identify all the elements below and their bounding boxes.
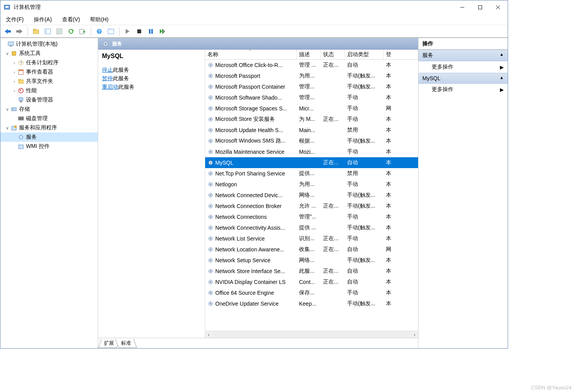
gear-icon [207,301,214,307]
table-row[interactable]: Network Connected Devic...网络...手动(触发...本 [205,190,418,201]
svg-line-42 [20,89,21,91]
nav-services[interactable]: 服务 [0,132,98,142]
restart-service-button[interactable] [157,26,168,36]
actions-section-services[interactable]: 服务▲ [418,50,508,61]
start-service-button[interactable] [123,26,133,36]
pause-link[interactable]: 暂停 [102,75,113,81]
svg-rect-11 [45,29,47,34]
menu-help[interactable]: 帮助(H) [88,15,110,24]
table-row[interactable]: Netlogon为用...手动本 [205,179,418,190]
export-button[interactable] [78,26,88,36]
nav-system-tools[interactable]: ∨系统工具 [0,49,98,58]
view-button[interactable] [106,26,116,36]
table-row[interactable]: Network Store Interface Se...此服...正在...自… [205,266,418,277]
nav-tree[interactable]: 计算机管理(本地) ∨系统工具 ›任务计划程序 ›事件查看器 ›共享文件夹 ›性… [0,38,98,348]
table-row[interactable]: Office 64 Source Engine保存...手动本 [205,287,418,298]
back-button[interactable] [3,26,13,36]
service-rows[interactable]: Microsoft Office Click-to-R...管理 ...正在..… [205,60,418,331]
up-button[interactable] [31,26,41,36]
properties-button[interactable] [54,26,64,36]
svg-point-81 [210,194,211,196]
chevron-up-icon: ▲ [500,52,504,59]
pause-service-button[interactable] [146,26,156,36]
svg-rect-32 [10,46,12,46]
forward-button[interactable] [14,26,24,36]
show-hide-tree-button[interactable] [43,26,53,36]
nav-task-scheduler[interactable]: ›任务计划程序 [0,58,98,67]
shared-folder-icon [17,78,24,85]
actions-section-mysql[interactable]: MySQL▲ [418,73,508,84]
gear-icon [207,279,214,285]
table-row[interactable]: Network Setup Service网络...手动(触发...本 [205,255,418,266]
actions-more-mysql[interactable]: 更多操作▶ [418,84,508,95]
stop-link[interactable]: 停止 [102,67,113,73]
gear-icon [207,138,214,144]
svg-point-79 [210,184,211,185]
table-row[interactable]: Network Location Awarene...收集...正在...自动网 [205,244,418,255]
help-button[interactable]: ? [94,26,104,36]
table-row[interactable]: Net.Tcp Port Sharing Service提供...禁用本 [205,168,418,179]
table-row[interactable]: Network Connectivity Assis...提供 ...手动(触发… [205,222,418,233]
svg-point-52 [20,136,22,138]
table-row[interactable]: Microsoft Software Shado...管理...手动本 [205,92,418,103]
svg-rect-3 [479,6,482,9]
table-row[interactable]: Microsoft Passport为用...手动(触发...本 [205,70,418,81]
table-row[interactable]: Microsoft Store 安装服务为 M...正在...手动本 [205,114,418,125]
gear-icon [207,192,214,198]
svg-point-87 [210,227,211,229]
table-row[interactable]: Microsoft Office Click-to-R...管理 ...正在..… [205,60,418,70]
svg-rect-43 [19,98,23,101]
nav-performance[interactable]: ›性能 [0,86,98,95]
horizontal-scrollbar[interactable]: ‹› [205,331,418,338]
table-row[interactable]: OneDrive Updater ServiceKeep...手动(触发...本 [205,298,418,309]
gear-icon [207,160,214,166]
svg-point-50 [14,126,17,128]
refresh-button[interactable] [66,26,76,36]
gear-icon [207,268,214,274]
nav-device-manager[interactable]: 设备管理器 [0,95,98,105]
svg-marker-30 [163,29,165,34]
table-row[interactable]: Microsoft Storage Spaces S...Micr...手动网 [205,103,418,114]
stop-service-button[interactable] [134,26,144,36]
table-row[interactable]: Mozilla Maintenance ServiceMozi...手动本 [205,146,418,157]
svg-marker-19 [83,31,86,33]
menu-view[interactable]: 查看(V) [61,15,82,24]
svg-point-77 [210,173,211,174]
table-row[interactable]: Network Connection Broker允许 ...正在...手动(触… [205,201,418,211]
col-startup[interactable]: 启动类型 [345,50,384,59]
table-row[interactable]: NVIDIA Display Container LSCont...正在...自… [205,277,418,287]
menu-file[interactable]: 文件(F) [4,15,25,24]
table-row[interactable]: Microsoft Windows SMS 路...根据...手动(触发...本 [205,136,418,146]
maximize-button[interactable] [471,2,489,13]
nav-storage[interactable]: ∨存储 [0,105,98,114]
tab-standard[interactable]: 标准 [115,339,137,348]
svg-point-85 [210,216,211,218]
svg-rect-9 [33,29,36,30]
nav-disk-management[interactable]: 磁盘管理 [0,114,98,123]
svg-rect-31 [8,42,14,45]
minimize-button[interactable] [453,2,471,13]
tools-icon [10,50,17,57]
nav-wmi[interactable]: WMI 控件 [0,142,98,151]
table-row[interactable]: Microsoft Update Health S...Main...禁用本 [205,125,418,136]
gear-icon [207,246,214,253]
col-status[interactable]: 状态 [321,50,345,59]
close-button[interactable] [489,2,507,13]
table-row[interactable]: MySQL正在...自动本 [205,157,418,168]
nav-event-viewer[interactable]: ›事件查看器 [0,67,98,77]
col-desc[interactable]: 描述 [297,50,321,59]
actions-more-services[interactable]: 更多操作▶ [418,61,508,73]
svg-rect-18 [80,29,84,34]
nav-services-apps[interactable]: ∨服务和应用程序 [0,123,98,132]
svg-rect-23 [108,29,114,30]
col-name[interactable]: 名称 [205,50,297,59]
restart-link[interactable]: 重启动 [102,84,118,90]
nav-shared-folders[interactable]: ›共享文件夹 [0,77,98,86]
table-row[interactable]: Network Connections管理"...手动本 [205,211,418,222]
table-row[interactable]: Microsoft Passport Container管理...手动(触发..… [205,81,418,92]
nav-root[interactable]: 计算机管理(本地) [0,40,98,49]
column-headers[interactable]: 名称 描述 状态 启动类型 登 [205,50,418,60]
menu-action[interactable]: 操作(A) [32,15,54,24]
table-row[interactable]: Network List Service识别...正在...手动本 [205,233,418,244]
col-logon[interactable]: 登 [384,50,418,59]
